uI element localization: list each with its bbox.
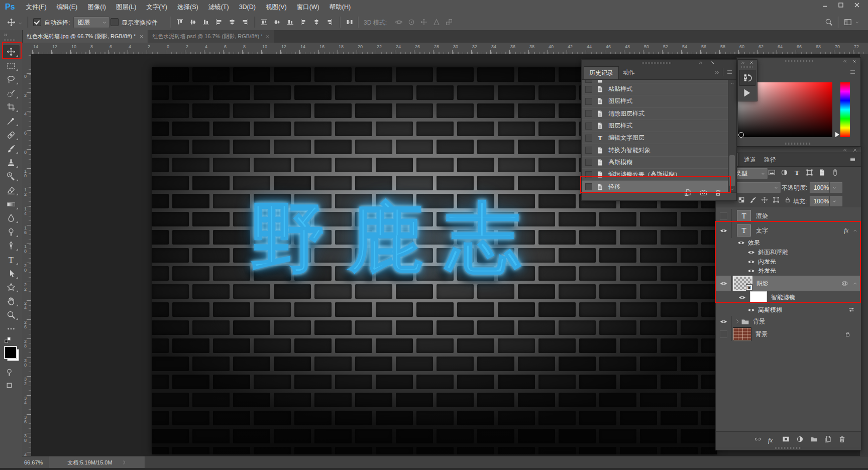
actions-panel-icon-button[interactable] xyxy=(741,87,752,98)
layer-row-文字[interactable]: T文字fx xyxy=(716,223,861,238)
dist-hcenter-button[interactable] xyxy=(312,18,320,26)
align-top-button[interactable] xyxy=(176,18,184,26)
layer-name[interactable]: 背景 xyxy=(755,330,768,338)
workspace-chevron-icon[interactable] xyxy=(855,20,859,25)
effect-name[interactable]: 高斯模糊 xyxy=(758,306,782,314)
visibility-eye-icon[interactable] xyxy=(720,280,727,287)
layer-row-阴影[interactable]: ▣阴影 xyxy=(716,276,861,291)
collapse-fx-icon[interactable] xyxy=(852,228,858,233)
fill-chevron[interactable] xyxy=(829,195,843,207)
history-row[interactable]: 转换为智能对象 xyxy=(582,144,728,156)
delete-layer-button[interactable] xyxy=(838,435,846,443)
smart-object-thumbnail[interactable]: ▣ xyxy=(733,276,752,291)
menu-7[interactable]: 滤镜(T) xyxy=(203,0,234,14)
delete-state-button[interactable] xyxy=(714,189,722,196)
eyedropper-tool[interactable] xyxy=(3,114,20,128)
auto-select-checkbox[interactable] xyxy=(33,18,41,26)
ruler-corner[interactable] xyxy=(22,43,32,55)
document-tab-1[interactable]: 红色水泥砖墙.jpg @ 66.7% (阴影, RGB/8#) * xyxy=(23,30,148,43)
effect-name[interactable]: 内发光 xyxy=(758,258,776,266)
scroll-up-icon[interactable] xyxy=(730,81,735,86)
hand-tool[interactable] xyxy=(3,295,20,308)
quick-selection-tool[interactable] xyxy=(3,87,20,100)
lasso-tool[interactable] xyxy=(3,73,20,86)
zoom-level-field[interactable]: 66.67% xyxy=(22,456,49,468)
layer-row-高斯模糊[interactable]: 高斯模糊 xyxy=(716,304,861,316)
tab-close-icon[interactable] xyxy=(139,34,144,39)
search-icon[interactable] xyxy=(825,18,833,26)
horizontal-ruler[interactable]: 1412108642024681012141618202224262830323… xyxy=(31,43,868,55)
history-row[interactable]: 高斯模糊 xyxy=(582,157,728,169)
history-row[interactable]: 编辑滤镜效果（高斯模糊） xyxy=(582,169,728,181)
pen-tool[interactable] xyxy=(3,239,20,252)
toolbar-dock-header[interactable] xyxy=(0,30,23,43)
panel-collapse-icon[interactable] xyxy=(698,60,703,65)
color-field-cursor[interactable] xyxy=(738,132,744,138)
dock-expand-icon[interactable] xyxy=(740,60,745,65)
filter-frame-icon[interactable] xyxy=(806,169,813,176)
menu-5[interactable]: 文字(Y) xyxy=(141,0,172,14)
lock-position-icon[interactable] xyxy=(761,196,768,203)
history-source-checkbox[interactable] xyxy=(585,123,592,130)
new-snapshot-button[interactable] xyxy=(700,189,707,196)
layers-menu-icon[interactable] xyxy=(849,156,856,163)
foreground-color-swatch[interactable] xyxy=(4,346,17,359)
history-scrollbar[interactable] xyxy=(728,80,736,193)
visibility-eye-icon[interactable] xyxy=(747,306,755,314)
move-tool[interactable] xyxy=(3,45,20,58)
rectangular-marquee-tool[interactable] xyxy=(3,59,20,72)
history-row-clipped[interactable] xyxy=(582,80,728,83)
history-panel-icon-button[interactable] xyxy=(739,70,755,86)
filter-blend-options-icon[interactable] xyxy=(848,306,855,313)
custom-shape-tool[interactable] xyxy=(3,281,20,294)
menu-8[interactable]: 3D(D) xyxy=(234,0,261,14)
lock-transparency-icon[interactable] xyxy=(738,196,745,203)
dist-top-button[interactable] xyxy=(260,18,268,26)
scrollbar-thumb[interactable] xyxy=(729,155,735,186)
filter-adjustment-icon[interactable] xyxy=(781,169,788,176)
document-tab-2[interactable]: 红色水泥砖墙.psd @ 16.7% (阴影, RGB/8#) * xyxy=(148,30,274,43)
status-expand-icon[interactable] xyxy=(122,460,127,465)
history-row[interactable]: T编辑文字图层 xyxy=(582,132,728,144)
visibility-eye-icon[interactable] xyxy=(747,258,755,266)
history-row[interactable]: 粘贴样式 xyxy=(582,83,728,95)
smart-filter-icon[interactable] xyxy=(841,280,848,287)
history-source-checkbox[interactable] xyxy=(585,183,592,190)
visibility-eye-icon[interactable] xyxy=(737,239,745,247)
orbit-3d-button[interactable] xyxy=(395,18,403,26)
new-layer-button[interactable] xyxy=(824,435,832,443)
layer-row-效果[interactable]: 效果 xyxy=(716,238,861,248)
history-drag-bar[interactable] xyxy=(582,60,736,66)
menu-6[interactable]: 选择(S) xyxy=(172,0,203,14)
history-source-checkbox[interactable] xyxy=(585,98,592,105)
swap-colors-icon[interactable] xyxy=(4,336,12,344)
history-menu-icon[interactable] xyxy=(726,69,733,75)
gradient-tool[interactable] xyxy=(3,198,20,211)
hue-slider-arrow[interactable] xyxy=(835,132,839,137)
lock-pixels-icon[interactable] xyxy=(749,196,756,203)
effects-label[interactable]: 效果 xyxy=(748,239,760,247)
layer-name[interactable]: 文字 xyxy=(756,226,768,235)
edit-toolbar-tool[interactable] xyxy=(3,322,20,335)
history-source-checkbox[interactable] xyxy=(585,135,592,142)
smart-filters-label[interactable]: 智能滤镜 xyxy=(771,293,795,302)
toolbar-collapse-icon[interactable] xyxy=(3,32,9,38)
panel-collapse-icon[interactable] xyxy=(842,59,847,64)
pan-3d-button[interactable] xyxy=(420,18,428,26)
brush-tool[interactable] xyxy=(3,142,20,155)
scroll-down-icon[interactable] xyxy=(730,187,735,192)
visibility-empty-checkbox[interactable] xyxy=(720,212,727,220)
visibility-eye-icon[interactable] xyxy=(747,267,755,275)
layer-row-智能滤镜[interactable]: 智能滤镜 xyxy=(716,291,861,304)
tool-preset-chevron-icon[interactable] xyxy=(18,21,23,26)
dist-right-button[interactable] xyxy=(325,18,334,26)
layer-row-斜面和浮雕[interactable]: 斜面和浮雕 xyxy=(716,248,861,257)
show-transform-checkbox[interactable] xyxy=(111,18,119,26)
window-close-button[interactable] xyxy=(849,0,865,10)
adjustment-layer-button[interactable] xyxy=(796,435,804,443)
tab-close-icon[interactable] xyxy=(265,34,270,39)
menu-4[interactable]: 图层(L) xyxy=(111,0,141,14)
layer-row-内发光[interactable]: 内发光 xyxy=(716,257,861,266)
menu-11[interactable]: 帮助(H) xyxy=(324,0,356,14)
history-source-checkbox[interactable] xyxy=(585,159,592,166)
